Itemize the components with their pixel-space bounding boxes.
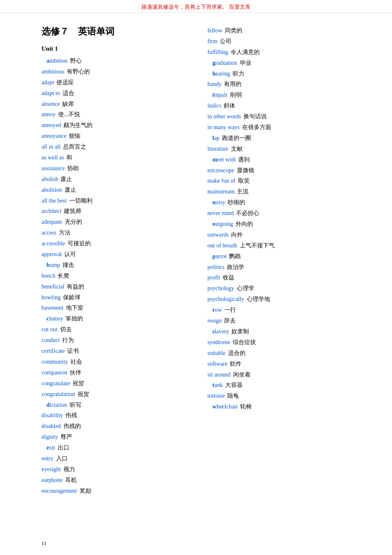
list-item: disabled 伤残的 <box>41 421 183 432</box>
list-item: hearing 听力 <box>207 68 367 79</box>
list-item: ambitious 有野心的 <box>41 66 183 77</box>
list-item: annoyed 颇为生气的 <box>41 120 183 131</box>
list-item: companion 伙伴 <box>41 367 183 378</box>
list-item: psychologically 心理学地 <box>207 294 367 305</box>
list-item: make fun of 取笑 <box>207 176 367 186</box>
list-item: outwards 向外 <box>207 230 367 240</box>
list-item: firm 公司 <box>207 36 367 47</box>
list-item: abolition 废止 <box>41 185 183 196</box>
list-item: syndrome 综合症状 <box>207 337 367 348</box>
list-item: politics 政治学 <box>207 262 367 273</box>
list-item: as well as 和 <box>41 152 183 163</box>
list-item: graduation 毕业 <box>207 58 367 68</box>
list-item: resign 辞去 <box>207 315 367 326</box>
list-item: dignity 尊严 <box>41 432 183 443</box>
list-item: italics 斜体 <box>207 100 367 111</box>
list-item: architect 建筑师 <box>41 206 183 217</box>
list-item: profit 收益 <box>207 272 367 283</box>
list-item: fellow 同类的 <box>207 25 367 36</box>
list-item: mainstream 主流 <box>207 186 367 197</box>
list-item: conduct 行为 <box>41 335 183 346</box>
list-item: annoyance 烦恼 <box>41 131 183 142</box>
list-item: handy 有用的 <box>207 79 367 90</box>
left-word-list: ambition 野心ambitious 有野心的adapt 使适应adapt … <box>41 56 183 496</box>
list-item: exit 出口 <box>41 443 183 453</box>
list-item: tortoise 陆龟 <box>207 391 367 401</box>
list-item: disability 伤残 <box>41 410 183 421</box>
list-item: basement 地下室 <box>41 303 183 313</box>
list-item: in other words 换句话说 <box>207 111 367 122</box>
list-item: never mind 不必担心 <box>207 208 367 219</box>
list-item: community 社会 <box>41 357 183 367</box>
list-item: parrot 鹦鹉 <box>207 251 367 262</box>
list-item: literature 文献 <box>207 144 367 154</box>
list-item: noisy 吵闹的 <box>207 197 367 208</box>
list-item: all the best 一切顺利 <box>41 196 183 206</box>
list-item: software 软件 <box>207 359 367 369</box>
list-item: abolish 废止 <box>41 174 183 185</box>
list-item: tank 大容器 <box>207 380 367 391</box>
list-item: adapt to 适合 <box>41 88 183 99</box>
list-item: dictation 听写 <box>41 400 183 411</box>
list-item: annoy 使...不悦 <box>41 109 183 120</box>
list-item: approval 认可 <box>41 249 183 260</box>
list-item: wheelchair 轮椅 <box>207 401 367 412</box>
list-item: fulfilling 令人满意的 <box>207 47 367 58</box>
list-item: microscope 显微镜 <box>207 165 367 176</box>
page-number: 11 <box>41 540 47 547</box>
list-item: clumsy 笨拙的 <box>41 313 183 324</box>
list-item: impair 削弱 <box>207 90 367 100</box>
list-item: congratulation 祝贺 <box>41 389 183 400</box>
list-item: access 方法 <box>41 227 183 238</box>
list-item: cut out 切去 <box>41 324 183 335</box>
list-item: out of breath 上气不接下气 <box>207 240 367 251</box>
list-item: eyesight 视力 <box>41 464 183 475</box>
list-item: certificate 证书 <box>41 346 183 357</box>
page-title: 选修７ 英语单词 <box>41 25 183 38</box>
unit-label: Unit 1 <box>41 45 183 52</box>
list-item: bench 长凳 <box>41 271 183 281</box>
list-item: bump 撞击 <box>41 260 183 271</box>
list-item: sit around 闲坐着 <box>207 369 367 380</box>
list-item: ambition 野心 <box>41 56 183 66</box>
list-item: assistance 协助 <box>41 163 183 174</box>
list-item: encouragement 奖励 <box>41 486 183 496</box>
list-item: earphone 耳机 <box>41 475 183 486</box>
list-item: in many ways 在很多方面 <box>207 122 367 133</box>
list-item: all in all 总而言之 <box>41 142 183 152</box>
top-bar: 路漫漫其修远兮，吾将上下而求索。 百度文库 <box>0 0 392 13</box>
list-item: psychology 心理学 <box>207 283 367 294</box>
list-item: entry 入口 <box>41 453 183 464</box>
list-item: meet with 遇到 <box>207 154 367 165</box>
list-item: congratulate 祝贺 <box>41 378 183 389</box>
list-item: adequate 充分的 <box>41 217 183 227</box>
right-word-list: fellow 同类的firm 公司fulfilling 令人满意的graduat… <box>207 25 367 412</box>
list-item: lap 跑道的一圈 <box>207 133 367 144</box>
list-item: adapt 使适应 <box>41 77 183 88</box>
list-item: row 一行 <box>207 305 367 315</box>
list-item: slavery 奴隶制 <box>207 326 367 337</box>
list-item: bowling 保龄球 <box>41 292 183 303</box>
top-bar-text: 路漫漫其修远兮，吾将上下而求索。 百度文库 <box>141 4 251 10</box>
list-item: suitable 适合的 <box>207 348 367 359</box>
list-item: absence 缺席 <box>41 99 183 110</box>
list-item: beneficial 有益的 <box>41 281 183 292</box>
list-item: outgoing 外向的 <box>207 219 367 230</box>
list-item: accessible 可接近的 <box>41 238 183 249</box>
